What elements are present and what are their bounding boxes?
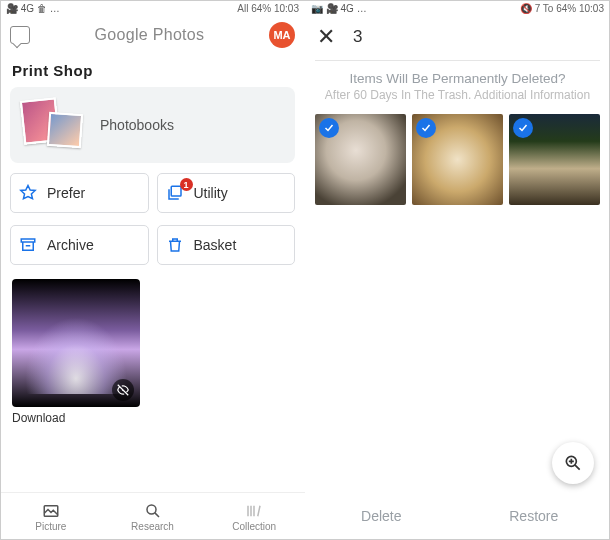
status-right-text-2: 🔇 7 To 64% 10:03 — [520, 3, 604, 14]
utility-badge: 1 — [180, 178, 193, 191]
trash-icon — [166, 236, 184, 254]
svg-rect-1 — [21, 239, 35, 242]
account-avatar[interactable]: MA — [269, 22, 295, 48]
tab-research-label: Research — [131, 521, 174, 532]
close-icon[interactable]: ✕ — [317, 24, 335, 50]
selection-count: 3 — [353, 27, 362, 47]
status-right-text: All 64% 10:03 — [237, 3, 299, 14]
basket-button[interactable]: Basket — [157, 225, 296, 265]
svg-point-3 — [147, 505, 156, 514]
star-outline-icon — [19, 184, 37, 202]
delete-warning-subtitle: After 60 Days In The Trash. Additional I… — [305, 88, 610, 114]
trash-actions: Delete Restore — [305, 492, 610, 540]
zoom-fab[interactable] — [552, 442, 594, 484]
tab-picture-label: Picture — [35, 521, 66, 532]
status-bar-left: 🎥 4G 🗑 … All 64% 10:03 — [0, 0, 305, 16]
delete-button[interactable]: Delete — [305, 492, 458, 540]
status-bar-right: 📷 🎥 4G … 🔇 7 To 64% 10:03 — [305, 0, 610, 16]
check-icon — [319, 118, 339, 138]
share-activity-icon[interactable] — [10, 26, 30, 44]
photo-thumbnail[interactable] — [12, 279, 140, 407]
left-screen: 🎥 4G 🗑 … All 64% 10:03 Google Photos MA … — [0, 0, 305, 540]
basket-label: Basket — [194, 237, 237, 253]
zoom-in-icon — [563, 453, 583, 473]
trash-item-1[interactable] — [315, 114, 406, 205]
archive-button[interactable]: Archive — [10, 225, 149, 265]
utility-button[interactable]: 1 Utility — [157, 173, 296, 213]
delete-warning-title: Items Will Be Permanently Deleted? — [305, 61, 610, 88]
status-icons-left: 🎥 4G 🗑 … — [6, 3, 60, 14]
trash-item-3[interactable] — [509, 114, 600, 205]
download-label: Download — [0, 407, 305, 425]
svg-rect-0 — [171, 186, 181, 196]
picture-icon — [42, 502, 60, 520]
archive-label: Archive — [47, 237, 94, 253]
utility-label: Utility — [194, 185, 228, 201]
app-title: Google Photos — [40, 26, 259, 44]
restore-button[interactable]: Restore — [458, 492, 611, 540]
tab-collection-label: Collection — [232, 521, 276, 532]
photobooks-thumbs — [22, 99, 86, 151]
photobooks-card[interactable]: Photobooks — [10, 87, 295, 163]
right-screen: 📷 🎥 4G … 🔇 7 To 64% 10:03 ✕ 3 Items Will… — [305, 0, 610, 540]
prefer-label: Prefer — [47, 185, 85, 201]
selection-header: ✕ 3 — [305, 16, 610, 60]
tab-collection[interactable]: Collection — [203, 493, 305, 540]
trash-grid — [305, 114, 610, 205]
photobooks-label: Photobooks — [100, 117, 174, 133]
trash-item-2[interactable] — [412, 114, 503, 205]
bottom-tabbar: Picture Research Collection — [0, 492, 305, 540]
tab-research[interactable]: Research — [102, 493, 204, 540]
tab-picture[interactable]: Picture — [0, 493, 102, 540]
app-header: Google Photos MA — [0, 16, 305, 56]
visibility-off-icon — [112, 379, 134, 401]
check-icon — [513, 118, 533, 138]
prefer-button[interactable]: Prefer — [10, 173, 149, 213]
check-icon — [416, 118, 436, 138]
archive-icon — [19, 236, 37, 254]
section-print-shop: Print Shop — [0, 56, 305, 83]
search-icon — [144, 502, 162, 520]
library-icon — [245, 502, 263, 520]
status-icons-right: 📷 🎥 4G … — [311, 3, 367, 14]
